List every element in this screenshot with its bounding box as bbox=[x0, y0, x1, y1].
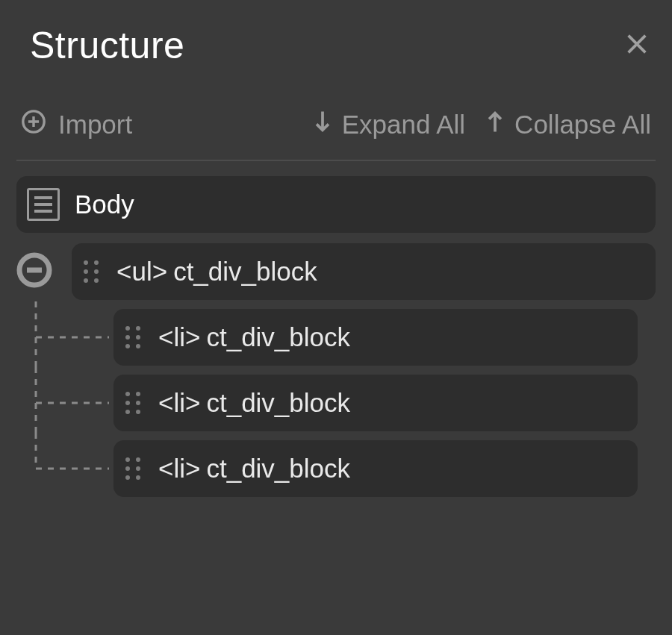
collapse-all-label: Collapse All bbox=[514, 110, 651, 140]
expand-all-label: Expand All bbox=[342, 110, 465, 140]
tree-node-label: <li>ct_div_block bbox=[158, 454, 350, 484]
drag-handle-icon[interactable] bbox=[124, 325, 142, 350]
plus-circle-icon bbox=[21, 109, 46, 140]
drag-handle-icon[interactable] bbox=[124, 456, 142, 481]
structure-panel: Structure Import Expand All Collap bbox=[0, 0, 672, 497]
collapse-node-icon[interactable] bbox=[16, 252, 52, 291]
tree-connector bbox=[16, 309, 113, 366]
expand-all-button[interactable]: Expand All bbox=[312, 109, 465, 140]
tree-connector bbox=[16, 375, 113, 431]
tree-node-li-wrap: <li>ct_div_block bbox=[16, 440, 656, 497]
tree-node-li-wrap: <li>ct_div_block bbox=[16, 309, 656, 366]
tree-node-li[interactable]: <li>ct_div_block bbox=[113, 440, 638, 497]
tree-node-li[interactable]: <li>ct_div_block bbox=[113, 375, 638, 431]
tree-node-label: <li>ct_div_block bbox=[158, 388, 350, 418]
close-icon[interactable] bbox=[624, 31, 650, 60]
panel-toolbar: Import Expand All Collapse All bbox=[16, 109, 656, 161]
tree-node-ul[interactable]: <ul>ct_div_block bbox=[72, 243, 656, 300]
tree-connector bbox=[16, 440, 113, 497]
toolbar-right: Expand All Collapse All bbox=[312, 109, 651, 140]
tree-children: <li>ct_div_block <li>ct_div_bloc bbox=[16, 309, 656, 497]
import-button[interactable]: Import bbox=[21, 109, 132, 140]
tree-node-ul-wrap: <ul>ct_div_block bbox=[16, 243, 656, 300]
drag-handle-icon[interactable] bbox=[124, 390, 142, 416]
tree-node-label: Body bbox=[75, 190, 134, 219]
arrow-up-icon bbox=[485, 109, 505, 140]
tree-node-li[interactable]: <li>ct_div_block bbox=[113, 309, 638, 366]
import-label: Import bbox=[58, 110, 132, 140]
arrow-down-icon bbox=[312, 109, 333, 140]
tree-node-li-wrap: <li>ct_div_block bbox=[16, 375, 656, 431]
body-icon bbox=[27, 188, 60, 221]
collapse-all-button[interactable]: Collapse All bbox=[485, 109, 651, 140]
panel-header: Structure bbox=[16, 24, 656, 67]
tree-node-label: <li>ct_div_block bbox=[158, 322, 350, 352]
tree: Body <ul>ct_div_block bbox=[16, 176, 656, 497]
tree-node-body[interactable]: Body bbox=[16, 176, 656, 233]
drag-handle-icon[interactable] bbox=[82, 259, 100, 284]
panel-title: Structure bbox=[30, 24, 184, 67]
tree-node-label: <ul>ct_div_block bbox=[116, 257, 317, 287]
